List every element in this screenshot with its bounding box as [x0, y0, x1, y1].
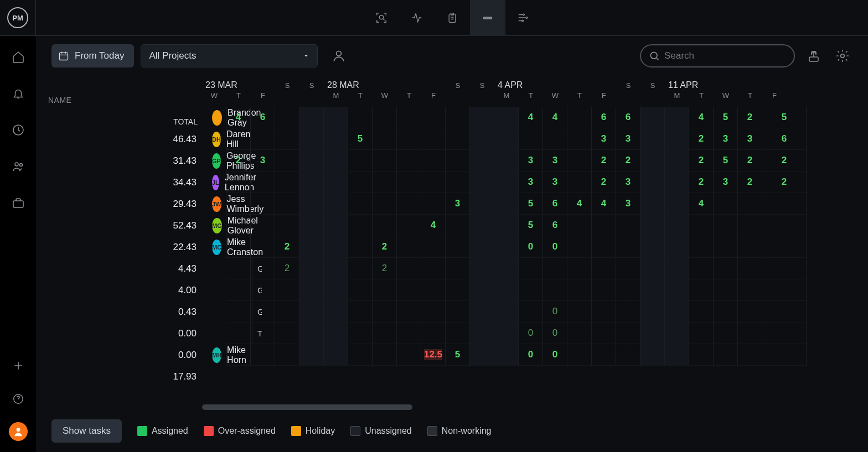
hours-cell[interactable] [421, 323, 446, 344]
hours-cell[interactable] [567, 344, 592, 366]
plus-icon[interactable] [8, 356, 28, 376]
person-row[interactable]: MGMichael Glover [202, 215, 226, 236]
hours-cell[interactable] [640, 301, 665, 323]
hours-cell[interactable]: 2 [275, 258, 299, 279]
hours-cell[interactable]: 6 [543, 193, 567, 215]
hours-cell[interactable] [421, 301, 446, 323]
hours-cell[interactable] [665, 193, 689, 215]
hours-cell[interactable] [324, 150, 348, 172]
hours-cell[interactable] [689, 323, 714, 344]
hours-cell[interactable] [665, 150, 689, 172]
hours-cell[interactable] [470, 193, 494, 215]
hours-cell[interactable] [470, 150, 494, 172]
hours-cell[interactable] [738, 193, 762, 215]
bell-icon[interactable] [8, 84, 28, 103]
hours-cell[interactable]: 3 [714, 128, 738, 150]
hours-cell[interactable] [446, 150, 470, 172]
hours-cell[interactable] [373, 279, 397, 301]
hours-cell[interactable]: 2 [616, 150, 640, 172]
hours-cell[interactable] [494, 172, 519, 193]
hours-cell[interactable] [714, 236, 738, 258]
hours-cell[interactable] [543, 258, 567, 279]
hours-cell[interactable] [665, 107, 689, 128]
hours-cell[interactable]: 3 [738, 128, 762, 150]
hours-cell[interactable] [665, 279, 689, 301]
hours-cell[interactable] [738, 236, 762, 258]
hours-cell[interactable] [299, 215, 324, 236]
hours-cell[interactable] [567, 279, 592, 301]
hours-cell[interactable] [616, 301, 640, 323]
hours-cell[interactable] [348, 323, 373, 344]
hours-cell[interactable] [543, 128, 567, 150]
hours-cell[interactable] [665, 344, 689, 366]
gantt-icon[interactable] [505, 0, 541, 36]
hours-cell[interactable] [470, 215, 494, 236]
hours-cell[interactable]: 2 [738, 150, 762, 172]
hours-cell[interactable] [616, 236, 640, 258]
hours-cell[interactable] [738, 215, 762, 236]
hours-cell[interactable] [373, 215, 397, 236]
hours-cell[interactable] [226, 344, 251, 366]
hours-cell[interactable] [251, 344, 275, 366]
hours-cell[interactable] [251, 258, 275, 279]
hours-cell[interactable] [543, 279, 567, 301]
hours-cell[interactable]: 2 [373, 236, 397, 258]
help-icon[interactable] [8, 389, 28, 409]
hours-cell[interactable] [494, 323, 519, 344]
hours-cell[interactable] [592, 215, 616, 236]
hours-cell[interactable] [762, 279, 807, 301]
hours-cell[interactable] [738, 323, 762, 344]
hours-cell[interactable] [762, 344, 807, 366]
hours-cell[interactable] [640, 344, 665, 366]
hours-cell[interactable] [324, 344, 348, 366]
hours-cell[interactable] [348, 236, 373, 258]
hours-cell[interactable] [348, 150, 373, 172]
hours-cell[interactable]: 0 [543, 236, 567, 258]
hours-cell[interactable] [251, 279, 275, 301]
hours-cell[interactable] [470, 344, 494, 366]
home-icon[interactable] [8, 47, 28, 67]
hours-cell[interactable] [738, 279, 762, 301]
hours-cell[interactable] [251, 301, 275, 323]
hours-cell[interactable]: 0 [519, 236, 543, 258]
hours-cell[interactable] [446, 172, 470, 193]
hours-cell[interactable] [567, 172, 592, 193]
hours-cell[interactable] [714, 193, 738, 215]
person-row[interactable]: DHDaren Hill [202, 128, 226, 150]
hours-cell[interactable]: 2 [592, 150, 616, 172]
from-today-button[interactable]: From Today [51, 44, 134, 67]
hours-cell[interactable] [348, 301, 373, 323]
hours-cell[interactable] [446, 323, 470, 344]
hours-cell[interactable] [275, 172, 299, 193]
person-row[interactable]: MHMike Horn [202, 344, 226, 366]
hours-cell[interactable] [616, 323, 640, 344]
search-input[interactable] [664, 50, 786, 61]
hours-cell[interactable] [226, 193, 251, 215]
hours-cell[interactable] [519, 258, 543, 279]
hours-cell[interactable] [640, 323, 665, 344]
hours-cell[interactable]: 2 [738, 172, 762, 193]
hours-cell[interactable] [714, 323, 738, 344]
hours-cell[interactable]: 4 [689, 107, 714, 128]
hours-cell[interactable] [738, 301, 762, 323]
hours-cell[interactable] [299, 193, 324, 215]
hours-cell[interactable] [348, 258, 373, 279]
hours-cell[interactable] [324, 236, 348, 258]
hours-cell[interactable] [616, 258, 640, 279]
hours-cell[interactable]: 5 [348, 128, 373, 150]
hours-cell[interactable] [494, 344, 519, 366]
hours-cell[interactable] [567, 128, 592, 150]
hours-cell[interactable] [640, 128, 665, 150]
hours-cell[interactable] [446, 236, 470, 258]
hours-cell[interactable] [348, 279, 373, 301]
hours-cell[interactable] [348, 193, 373, 215]
hours-cell[interactable] [324, 258, 348, 279]
hours-cell[interactable]: 2 [738, 107, 762, 128]
person-icon[interactable] [329, 46, 349, 66]
hours-cell[interactable] [226, 301, 251, 323]
hours-cell[interactable] [640, 279, 665, 301]
hours-cell[interactable] [446, 128, 470, 150]
hours-cell[interactable] [373, 301, 397, 323]
hours-cell[interactable]: 5 [762, 107, 807, 128]
hours-cell[interactable] [446, 107, 470, 128]
